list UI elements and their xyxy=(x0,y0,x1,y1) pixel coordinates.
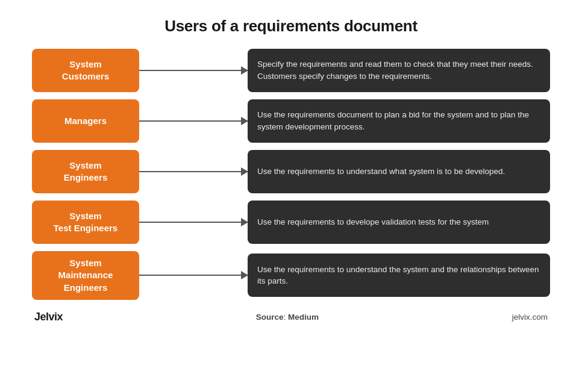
arrow-line-test-engineers xyxy=(139,222,248,223)
label-managers: Managers xyxy=(32,99,139,143)
arrow-line-maintenance-engineers xyxy=(139,275,248,276)
arrow-maintenance-engineers xyxy=(139,275,248,276)
arrow-line-customers xyxy=(139,70,248,71)
label-customers: SystemCustomers xyxy=(32,49,139,92)
description-engineers: Use the requirements to understand what … xyxy=(248,150,550,193)
footer-source: Source: Medium xyxy=(256,313,319,322)
row-managers: ManagersUse the requirements document to… xyxy=(32,99,550,143)
row-maintenance-engineers: SystemMaintenanceEngineersUse the requir… xyxy=(32,251,550,300)
arrow-engineers xyxy=(139,171,248,172)
page-title: Users of a requirements document xyxy=(164,17,418,36)
arrow-test-engineers xyxy=(139,222,248,223)
description-maintenance-engineers: Use the requirements to understand the s… xyxy=(248,254,550,297)
diagram-area: SystemCustomersSpecify the requirements … xyxy=(32,49,550,300)
arrow-customers xyxy=(139,70,248,71)
arrow-managers xyxy=(139,120,248,122)
description-managers: Use the requirements document to plan a … xyxy=(248,99,550,143)
row-engineers: SystemEngineersUse the requirements to u… xyxy=(32,150,550,193)
arrow-line-engineers xyxy=(139,171,248,172)
source-value: Medium xyxy=(288,313,319,322)
footer-url: jelvix.com xyxy=(512,313,548,322)
row-customers: SystemCustomersSpecify the requirements … xyxy=(32,49,550,92)
description-test-engineers: Use the requirements to develope validat… xyxy=(248,201,550,244)
label-engineers: SystemEngineers xyxy=(32,150,139,193)
source-label: Source xyxy=(256,313,284,322)
footer: Jelvix Source: Medium jelvix.com xyxy=(32,311,550,323)
footer-logo: Jelvix xyxy=(34,311,63,323)
label-test-engineers: SystemTest Engineers xyxy=(32,201,139,244)
description-customers: Specify the requirements and read them t… xyxy=(248,49,550,92)
row-test-engineers: SystemTest EngineersUse the requirements… xyxy=(32,201,550,244)
arrow-line-managers xyxy=(139,120,248,122)
label-maintenance-engineers: SystemMaintenanceEngineers xyxy=(32,251,139,300)
